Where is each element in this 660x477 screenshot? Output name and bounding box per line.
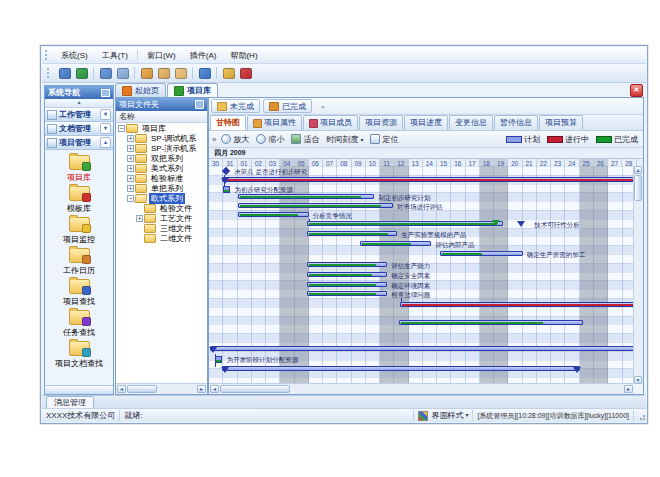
sidebar-item-6[interactable]: 项目文档查找 <box>45 341 113 369</box>
toolbar-overflow-chevrons[interactable]: » <box>212 135 216 144</box>
menu-item-1[interactable]: 工具(T) <box>95 48 135 63</box>
sidebar-item-5[interactable]: 任务查找 <box>45 310 113 338</box>
sidebar-item-0[interactable]: 项目库 <box>45 155 113 183</box>
chevron-down-icon[interactable]: ▾ <box>100 109 111 120</box>
tree-item-3[interactable]: +双把系列 <box>116 153 207 163</box>
gantt-tab-7[interactable]: 项目预算 <box>539 115 583 130</box>
scroll-thumb[interactable] <box>220 385 290 393</box>
gantt-bar-15[interactable] <box>399 320 583 325</box>
tree-item-9[interactable]: +工艺文件 <box>116 213 207 223</box>
document-tab-0[interactable]: 起始页 <box>115 83 166 97</box>
sidebar-item-3[interactable]: 工作日历 <box>45 248 113 276</box>
gantt-bar-14[interactable] <box>400 302 636 307</box>
resource-assignment-icon[interactable] <box>215 356 222 363</box>
computer-icon[interactable] <box>57 66 72 80</box>
gantt-bar-13[interactable] <box>307 291 387 296</box>
expand-icon[interactable]: + <box>127 165 134 172</box>
gantt-tab-2[interactable]: 项目成员 <box>303 115 358 130</box>
sidebar-section-0[interactable]: 工作管理▾ <box>45 108 113 122</box>
menu-drag-handle[interactable] <box>45 50 50 60</box>
resize-grip[interactable] <box>636 411 646 421</box>
gantt-tab-1[interactable]: 项目属性 <box>247 115 302 130</box>
gantt-bar-10[interactable] <box>307 262 387 267</box>
menu-item-4[interactable]: 帮助(H) <box>223 48 264 63</box>
scroll-left-icon[interactable]: ◄ <box>210 385 219 393</box>
sidebar-item-4[interactable]: 项目查找 <box>45 279 113 307</box>
expand-icon[interactable]: + <box>127 185 134 192</box>
tree-item-10[interactable]: 三维文件 <box>116 223 207 233</box>
report-chart-icon[interactable] <box>156 66 171 80</box>
interface-style-button[interactable]: 界面样式 ▾ <box>414 410 473 421</box>
expand-icon[interactable]: + <box>127 135 134 142</box>
gantt-tab-3[interactable]: 项目资源 <box>359 115 403 130</box>
gantt-bar-8[interactable] <box>360 241 431 246</box>
scroll-down-icon[interactable]: ▼ <box>634 376 642 384</box>
filter-tab-0[interactable]: 未完成 <box>211 99 260 113</box>
sidebar-options-icon[interactable] <box>101 89 110 97</box>
sidebar-section-partial[interactable] <box>45 385 113 394</box>
gantt-tab-0[interactable]: 甘特图 <box>210 115 246 130</box>
exit-icon[interactable] <box>238 66 253 80</box>
scroll-up-icon[interactable]: ▲ <box>634 166 642 174</box>
scroll-thumb[interactable] <box>127 385 157 393</box>
tree-item-5[interactable]: +检验标准 <box>116 173 207 183</box>
gantt-bar-18[interactable] <box>222 366 580 371</box>
sidebar-section-2[interactable]: 项目管理▴ <box>45 136 113 150</box>
tree-item-1[interactable]: +SP-调试机系 <box>116 133 207 143</box>
scroll-right-icon[interactable]: ► <box>624 385 633 393</box>
resource-assignment-icon[interactable] <box>223 186 230 193</box>
report-page-icon[interactable] <box>173 66 188 80</box>
gantt-bar-11[interactable] <box>307 272 387 277</box>
tree-item-0[interactable]: −项目库 <box>116 123 207 133</box>
chevron-up-icon[interactable]: ▴ <box>100 137 111 148</box>
menu-item-0[interactable]: 系统(S) <box>54 48 95 63</box>
gantt-toolbar-locate-icon[interactable]: 定位 <box>370 134 398 145</box>
tree-item-7[interactable]: −欧式系列 <box>116 193 207 203</box>
scroll-thumb[interactable] <box>634 175 642 201</box>
gantt-toolbar-fit-icon[interactable]: 适合 <box>291 134 319 145</box>
gantt-bar-12[interactable] <box>307 282 387 287</box>
gantt-toolbar-zoom-out-icon[interactable]: 缩小 <box>256 134 284 145</box>
tree-item-2[interactable]: +SP-演示机系 <box>116 143 207 153</box>
milestone-diamond-icon[interactable] <box>222 167 230 175</box>
tree-hscrollbar[interactable]: ◄ ► <box>116 383 207 394</box>
sidebar-item-1[interactable]: 模板库 <box>45 186 113 214</box>
expand-icon[interactable]: + <box>127 175 134 182</box>
collapse-icon[interactable]: − <box>127 195 134 202</box>
layout-window-icon[interactable] <box>115 66 130 80</box>
gantt-bar-1[interactable] <box>222 177 636 182</box>
gantt-tab-5[interactable]: 变更信息 <box>449 115 493 130</box>
toolbar-drag-handle[interactable] <box>47 68 52 78</box>
tree-item-8[interactable]: 检验文件 <box>116 203 207 213</box>
tree-item-11[interactable]: 二维文件 <box>116 233 207 243</box>
expand-icon[interactable]: + <box>127 145 134 152</box>
gantt-bar-4[interactable] <box>238 203 393 208</box>
sidebar-collapse-strip[interactable]: ▴ <box>45 99 113 108</box>
tree-item-4[interactable]: +美式系列 <box>116 163 207 173</box>
scroll-left-icon[interactable]: ◄ <box>117 385 126 393</box>
gantt-bar-16[interactable] <box>210 346 636 351</box>
sidebar-section-1[interactable]: 文档管理▾ <box>45 122 113 136</box>
expand-icon[interactable]: + <box>136 215 143 222</box>
more-chevron-icon[interactable]: ⌄ <box>320 102 326 110</box>
gantt-bar-5[interactable] <box>238 212 309 217</box>
filter-tab-1[interactable]: 已完成 <box>263 99 312 113</box>
gantt-bar-9[interactable] <box>440 251 523 256</box>
expand-icon[interactable]: + <box>127 155 134 162</box>
gantt-tab-6[interactable]: 暂停信息 <box>494 115 538 130</box>
document-tab-1[interactable]: 项目库 <box>167 83 218 97</box>
gantt-vscrollbar[interactable]: ▲ ▼ <box>633 166 643 384</box>
gantt-bar-7[interactable] <box>307 231 397 236</box>
sidebar-item-2[interactable]: 项目监控 <box>45 217 113 245</box>
gantt-tab-4[interactable]: 项目进度 <box>404 115 448 130</box>
globe-icon[interactable] <box>74 66 89 80</box>
gantt-toolbar-zoom-in-icon[interactable]: 放大 <box>221 134 249 145</box>
help-globe-icon[interactable] <box>197 66 212 80</box>
menu-item-3[interactable]: 插件(A) <box>183 48 224 63</box>
report-mail-icon[interactable] <box>139 66 154 80</box>
scroll-right-icon[interactable]: ► <box>197 385 206 393</box>
folder-window-icon[interactable] <box>98 66 113 80</box>
gantt-hscrollbar[interactable]: ◄ ► <box>209 383 634 394</box>
pin-icon[interactable] <box>195 100 204 109</box>
gantt-bar-6[interactable] <box>307 221 502 226</box>
